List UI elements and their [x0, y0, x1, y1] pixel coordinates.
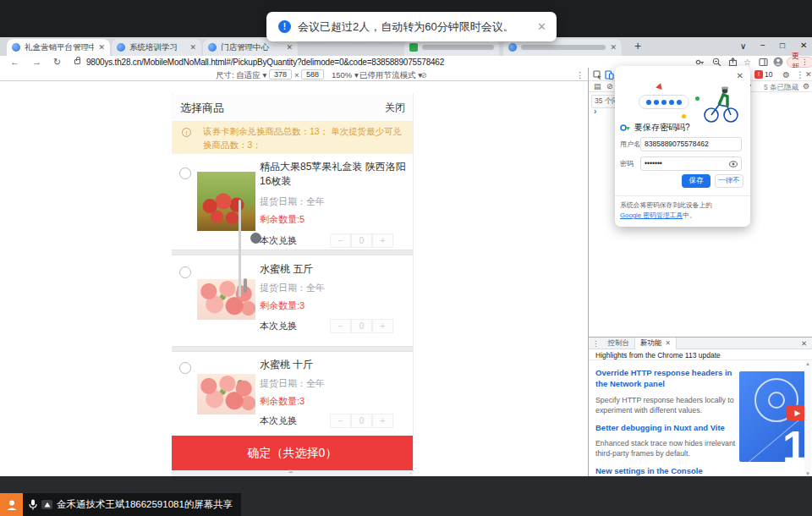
- device-width-input[interactable]: 378: [269, 69, 292, 80]
- device-toolbar-menu-icon[interactable]: ⋮: [576, 70, 584, 80]
- profile-avatar[interactable]: [773, 57, 783, 67]
- device-height-input[interactable]: 588: [301, 69, 324, 80]
- resize-corner-icon[interactable]: ⋰: [409, 467, 416, 475]
- drag-handle-icon[interactable]: ≡: [288, 467, 293, 475]
- lock-icon[interactable]: [74, 59, 80, 64]
- browser-tab-2[interactable]: 系统培训学习 ✕: [112, 39, 201, 56]
- browser-tab-4[interactable]: [404, 39, 499, 56]
- console-sidebar-icon[interactable]: ▤: [594, 82, 601, 91]
- whatsnew-body: Enhanced stack trace now hides irrelevan…: [595, 438, 738, 459]
- chrome-update-button[interactable]: 更新 ⋮: [787, 57, 812, 68]
- qty-plus-button[interactable]: +: [372, 233, 393, 248]
- window-maximize-button[interactable]: □: [780, 41, 785, 50]
- viewport-scrollbar-thumb[interactable]: [244, 278, 247, 293]
- qty-plus-button[interactable]: +: [372, 414, 393, 428]
- whatsnew-link[interactable]: New settings in the Console: [595, 466, 738, 477]
- modal-close-button[interactable]: 关闭: [385, 101, 405, 115]
- qty-minus-button[interactable]: −: [330, 319, 351, 333]
- throttle-select[interactable]: 已停用节流模式 ▾: [359, 70, 422, 81]
- console-prompt[interactable]: ›: [594, 107, 596, 116]
- tab-search-chevron-icon[interactable]: ∨: [740, 41, 746, 51]
- qty-stepper: − 0 +: [330, 319, 393, 333]
- console-clear-icon[interactable]: ⊘: [606, 82, 613, 91]
- browser-tab-3[interactable]: 门店管理中心 ✕: [203, 39, 298, 56]
- modal-scrollbar-thumb[interactable]: [239, 200, 241, 297]
- tab-whats-new[interactable]: 新功能 ✕: [634, 338, 677, 349]
- share-pill: 金禾通技术王斌18662591081的屏幕共享: [23, 493, 241, 516]
- whatsnew-link[interactable]: Override HTTP response headers in the Ne…: [595, 368, 738, 390]
- qty-plus-button[interactable]: +: [372, 319, 393, 333]
- drawer-scrollbar[interactable]: ▲ ▼: [804, 361, 811, 476]
- product-image: [197, 355, 255, 436]
- pickup-date: 提货日期：全年: [260, 282, 407, 294]
- toast-close-icon[interactable]: ✕: [537, 20, 546, 33]
- password-manager-link[interactable]: Google 密码管理工具: [620, 211, 683, 219]
- new-tab-button[interactable]: +: [634, 39, 641, 52]
- share-label: 金禾通技术王斌18662591081的屏幕共享: [57, 498, 233, 511]
- error-count-badge[interactable]: ! 10: [754, 70, 772, 79]
- drawer-menu-icon[interactable]: ⋮: [589, 338, 603, 349]
- whatsnew-link[interactable]: Better debugging in Nuxt and Vite: [595, 423, 738, 434]
- scroll-down-icon[interactable]: ▼: [805, 471, 810, 476]
- microphone-icon[interactable]: [29, 499, 37, 510]
- back-icon[interactable]: ←: [10, 57, 19, 67]
- device-zoom-select[interactable]: 150% ▾: [332, 70, 359, 80]
- tab-close-icon[interactable]: ✕: [286, 43, 293, 52]
- error-count: 10: [765, 70, 772, 79]
- inspect-element-icon[interactable]: [593, 70, 602, 80]
- device-toggle-icon[interactable]: [605, 70, 614, 80]
- drawer-tab-bar: ⋮ 控制台 新功能 ✕ ✕: [589, 338, 812, 349]
- product-radio[interactable]: [179, 362, 191, 374]
- address-bar[interactable]: 9800ys.th28.cn/MobileModNoMall.html#/Pic…: [86, 58, 444, 67]
- qty-value[interactable]: 0: [351, 233, 372, 248]
- tab-console[interactable]: 控制台: [603, 338, 635, 349]
- exchange-row: 本次兑换 − 0 +: [260, 414, 407, 428]
- hidden-messages-label[interactable]: 5 条已隐藏: [764, 83, 798, 93]
- side-panel-icon[interactable]: [759, 58, 768, 67]
- window-minimize-button[interactable]: −: [760, 41, 765, 50]
- browser-tab-5[interactable]: ✕: [503, 39, 622, 56]
- exchange-label: 本次兑换: [260, 414, 297, 427]
- qty-value[interactable]: 0: [351, 319, 372, 333]
- show-password-eye-icon[interactable]: [729, 161, 738, 167]
- product-radio[interactable]: [179, 167, 191, 179]
- tab-close-icon[interactable]: ✕: [189, 43, 196, 52]
- devtools-settings-gear-icon[interactable]: ⚙: [782, 70, 790, 80]
- username-field[interactable]: 8385889075578462: [640, 137, 742, 151]
- exchange-label: 本次兑换: [260, 320, 297, 332]
- product-card-1[interactable]: 精品大果85苹果礼盒装 陕西洛阳16枚装 提货日期：全年 剩余数量:5 本次兑换…: [172, 154, 413, 250]
- remaining-qty: 剩余数量:5: [260, 213, 407, 226]
- google-key-icon: [620, 123, 630, 133]
- never-save-button[interactable]: 一律不: [715, 174, 743, 188]
- exchange-label: 本次兑换: [260, 234, 297, 247]
- window-close-button[interactable]: ✕: [800, 41, 807, 50]
- reload-icon[interactable]: ↻: [53, 57, 61, 68]
- tab-close-icon[interactable]: ✕: [98, 43, 105, 52]
- confirm-button[interactable]: 确定（共选择0）: [172, 436, 413, 470]
- tab-close-icon[interactable]: ✕: [610, 43, 617, 52]
- peaches-photo: [197, 374, 255, 414]
- devtools-menu-icon[interactable]: ⋮: [796, 70, 804, 80]
- cyclist-illustration: [701, 85, 740, 124]
- password-label: 密码: [620, 159, 640, 168]
- forward-icon[interactable]: →: [32, 57, 41, 67]
- devtools-close-icon[interactable]: ✕: [805, 70, 812, 79]
- meeting-toast: ! 会议已超过2人，自动转为60分钟限时会议。 ✕: [266, 12, 557, 41]
- device-size-select[interactable]: 尺寸: 自适应 ▾: [216, 70, 266, 81]
- console-settings-gear-icon[interactable]: ⚙: [803, 82, 809, 91]
- scroll-up-icon[interactable]: ▲: [805, 361, 810, 366]
- tab-close-icon[interactable]: ✕: [666, 339, 671, 347]
- password-field[interactable]: •••••••: [640, 156, 742, 171]
- product-card-3[interactable]: 水蜜桃 十斤 提货日期：全年 剩余数量:3 本次兑换 − 0 +: [172, 352, 413, 436]
- qty-value[interactable]: 0: [351, 414, 372, 428]
- modal-title: 选择商品: [180, 101, 224, 116]
- browser-tab-1[interactable]: 礼盒营销平台管理中心 ✕: [7, 39, 110, 56]
- tab-title: 礼盒营销平台管理中心: [25, 42, 94, 53]
- save-password-button[interactable]: 保存: [682, 174, 710, 188]
- qty-minus-button[interactable]: −: [330, 414, 351, 428]
- tab-title: 门店管理中心: [221, 42, 282, 53]
- qty-minus-button[interactable]: −: [330, 233, 351, 248]
- drawer-close-icon[interactable]: ✕: [801, 339, 807, 348]
- product-card-2[interactable]: 水蜜桃 五斤 提货日期：全年 剩余数量:3 本次兑换 − 0 +: [172, 255, 413, 346]
- product-radio[interactable]: [179, 266, 191, 278]
